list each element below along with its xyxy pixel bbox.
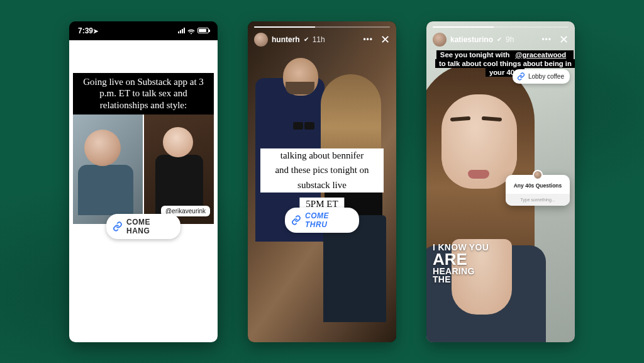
battery-icon [197,28,209,33]
photo-left [73,114,143,224]
username[interactable]: katiesturino [450,35,493,44]
verified-badge-icon: ✔ [304,36,309,43]
photo-collage: @erikaveurink [73,114,214,224]
question-avatar [533,170,543,180]
progress-bar [254,26,390,28]
story-header-2: hunterh ✔ 11h ••• ✕ [248,21,396,47]
username[interactable]: hunterh [272,35,300,44]
link-icon [517,72,525,81]
link-icon [113,221,123,232]
link-sticker-label: COME HANG [126,218,173,235]
link-sticker-label: COME THRU [305,211,352,229]
status-time: 7:39➤ [78,26,98,35]
time-ago: 9h [506,35,514,44]
cellular-signal-icon [178,28,185,33]
story-header-3: katiesturino ✔ 9h ••• ✕ [426,21,575,47]
phone-story-1: 7:39➤ Going live on Substack app at 3 p.… [69,21,218,342]
mention-link[interactable]: @graceatwood [513,50,568,59]
time-ago: 11h [313,35,325,44]
question-input[interactable]: Type something... [506,194,570,206]
location-arrow-icon: ➤ [93,28,98,35]
question-sticker[interactable]: Any 40s Questions Type something... [506,175,570,206]
link-sticker-come-thru[interactable]: COME THRU [285,208,359,233]
wifi-icon [187,28,195,33]
close-icon[interactable]: ✕ [380,33,390,47]
link-sticker-lobby-coffee[interactable]: Lobby coffee [513,69,570,84]
more-options-icon[interactable]: ••• [363,35,373,44]
avatar[interactable] [254,33,268,47]
verified-badge-icon: ✔ [497,36,502,43]
phone-story-2: hunterh ✔ 11h ••• ✕ talking about bennif… [248,21,396,342]
avatar[interactable] [433,33,447,47]
close-icon[interactable]: ✕ [559,33,569,47]
phone-story-3: katiesturino ✔ 9h ••• ✕ See you tonight … [426,21,575,342]
story-text-banner: Going live on Substack app at 3 p.m. ET … [73,73,214,114]
more-options-icon[interactable]: ••• [541,35,552,44]
caption-overlay: I KNOW YOU ARE HEARING THE [433,243,489,284]
ios-status-bar: 7:39➤ [69,21,218,40]
story-text-overlay: talking about bennifer and these pics to… [260,148,384,193]
link-sticker-label: Lobby coffee [528,73,564,80]
status-indicators [178,28,209,33]
link-icon [291,215,301,225]
link-sticker-come-hang[interactable]: COME HANG [106,214,180,239]
story-content-1: Going live on Substack app at 3 p.m. ET … [69,40,218,342]
progress-bar [433,26,569,28]
